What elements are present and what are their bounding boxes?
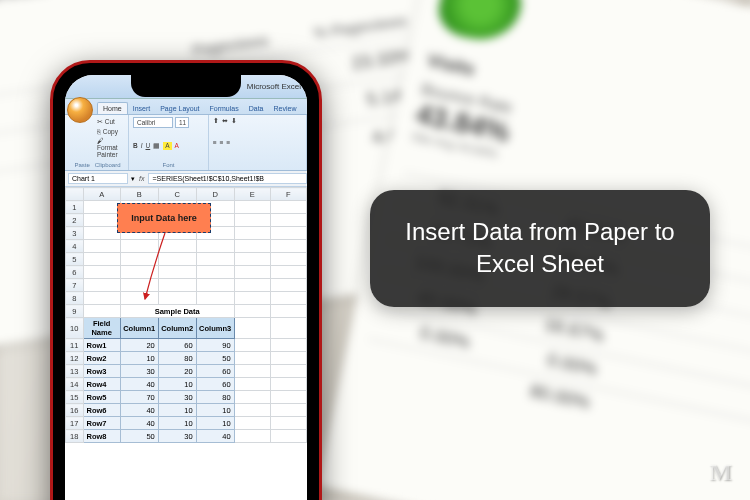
fill-color-button[interactable]: A <box>163 142 171 150</box>
watermark-logo: M <box>709 459 732 486</box>
table-cell[interactable]: 90 <box>196 339 234 352</box>
tab-insert[interactable]: Insert <box>128 103 156 114</box>
align-center-icon[interactable]: ≡ <box>220 139 224 146</box>
phone-mockup: Microsoft Excel Home Insert Page Layout … <box>50 60 322 500</box>
table-cell[interactable]: Row8 <box>83 430 120 443</box>
table-cell[interactable]: 30 <box>120 365 158 378</box>
table-cell[interactable]: 40 <box>196 430 234 443</box>
table-cell[interactable]: 40 <box>120 404 158 417</box>
row-header[interactable]: 18 <box>66 430 84 443</box>
table-cell[interactable]: 80 <box>158 352 196 365</box>
row-header[interactable]: 11 <box>66 339 84 352</box>
table-cell[interactable]: 60 <box>196 378 234 391</box>
row-header[interactable]: 15 <box>66 391 84 404</box>
table-cell[interactable]: 10 <box>120 352 158 365</box>
table-cell[interactable]: 20 <box>120 339 158 352</box>
col-header[interactable]: B <box>120 188 158 201</box>
row-header[interactable]: 1 <box>66 201 84 214</box>
formula-bar: Chart 1 ▾ fx =SERIES(Sheet1!$C$10,Sheet1… <box>65 171 307 187</box>
row-header[interactable]: 12 <box>66 352 84 365</box>
name-box[interactable]: Chart 1 <box>68 173 128 184</box>
row-header[interactable]: 10 <box>66 318 84 339</box>
row-header[interactable]: 8 <box>66 292 84 305</box>
table-cell[interactable]: 50 <box>120 430 158 443</box>
table-cell[interactable]: 80 <box>196 391 234 404</box>
table-cell[interactable]: 60 <box>158 339 196 352</box>
ribbon-tabs: Home Insert Page Layout Formulas Data Re… <box>65 99 307 115</box>
row-header[interactable]: 5 <box>66 253 84 266</box>
row-header[interactable]: 3 <box>66 227 84 240</box>
ribbon: ✂ Cut ⎘ Copy 🖌 Format Painter Paste Clip… <box>65 115 307 171</box>
align-left-icon[interactable]: ≡ <box>213 139 217 146</box>
table-cell[interactable]: Row2 <box>83 352 120 365</box>
paste-button[interactable]: Paste <box>74 162 89 168</box>
table-cell[interactable]: 20 <box>158 365 196 378</box>
font-name-select[interactable]: Calibri <box>133 117 173 128</box>
copy-button[interactable]: ⎘ Copy <box>97 127 124 136</box>
row-header[interactable]: 2 <box>66 214 84 227</box>
table-cell[interactable]: 40 <box>120 378 158 391</box>
border-button[interactable]: ▦ <box>153 142 160 150</box>
format-painter-button[interactable]: 🖌 Format Painter <box>97 136 124 159</box>
font-size-select[interactable]: 11 <box>175 117 189 128</box>
cut-button[interactable]: ✂ Cut <box>97 117 124 127</box>
align-top-icon[interactable]: ⬆ <box>213 117 219 125</box>
tab-home[interactable]: Home <box>97 102 128 114</box>
align-right-icon[interactable]: ≡ <box>227 139 231 146</box>
row-header[interactable]: 6 <box>66 266 84 279</box>
table-cell[interactable]: Row5 <box>83 391 120 404</box>
table-cell[interactable]: 50 <box>196 352 234 365</box>
row-header[interactable]: 17 <box>66 417 84 430</box>
select-all-corner[interactable] <box>66 188 84 201</box>
table-cell[interactable]: 40 <box>120 417 158 430</box>
formula-input[interactable]: =SERIES(Sheet1!$C$10,Sheet1!$B <box>148 173 307 184</box>
row-header[interactable]: 9 <box>66 305 84 318</box>
phone-notch <box>131 75 241 97</box>
italic-button[interactable]: I <box>141 142 143 150</box>
font-color-button[interactable]: A <box>175 142 179 150</box>
table-header: Field Name <box>83 318 120 339</box>
font-group-label: Font <box>133 162 204 168</box>
tab-review[interactable]: Review <box>269 103 302 114</box>
tab-formulas[interactable]: Formulas <box>205 103 244 114</box>
align-middle-icon[interactable]: ⬌ <box>222 117 228 125</box>
title-overlay: Insert Data from Paper to Excel Sheet <box>370 190 710 307</box>
table-cell[interactable]: Row6 <box>83 404 120 417</box>
table-cell[interactable]: 60 <box>196 365 234 378</box>
table-cell[interactable]: 10 <box>196 417 234 430</box>
spreadsheet-grid[interactable]: A B C D E F 1 2 3 4 5 6 7 8 9Sample Data… <box>65 187 307 500</box>
table-cell[interactable]: 30 <box>158 391 196 404</box>
office-button-icon[interactable] <box>67 97 93 123</box>
table-cell[interactable]: 10 <box>158 404 196 417</box>
row-header[interactable]: 13 <box>66 365 84 378</box>
row-header[interactable]: 14 <box>66 378 84 391</box>
col-header[interactable]: A <box>83 188 120 201</box>
col-header[interactable]: F <box>270 188 306 201</box>
table-cell[interactable]: Row3 <box>83 365 120 378</box>
tab-data[interactable]: Data <box>244 103 269 114</box>
table-cell[interactable]: Row4 <box>83 378 120 391</box>
col-header[interactable]: D <box>196 188 234 201</box>
row-header[interactable]: 16 <box>66 404 84 417</box>
table-cell[interactable]: 10 <box>158 417 196 430</box>
col-header[interactable]: E <box>234 188 270 201</box>
col-header[interactable]: C <box>158 188 196 201</box>
table-header: Column2 <box>158 318 196 339</box>
table-cell[interactable]: Row7 <box>83 417 120 430</box>
chart-shape-icon <box>434 0 527 47</box>
bold-button[interactable]: B <box>133 142 138 150</box>
fx-icon[interactable]: fx <box>135 175 148 182</box>
table-header: Column1 <box>120 318 158 339</box>
table-cell[interactable]: 70 <box>120 391 158 404</box>
app-name: Microsoft Excel <box>247 82 301 91</box>
table-cell[interactable]: 10 <box>196 404 234 417</box>
table-cell[interactable]: 10 <box>158 378 196 391</box>
align-bottom-icon[interactable]: ⬇ <box>231 117 237 125</box>
row-header[interactable]: 4 <box>66 240 84 253</box>
title-text: Insert Data from Paper to Excel Sheet <box>405 218 674 277</box>
tab-page-layout[interactable]: Page Layout <box>155 103 204 114</box>
table-cell[interactable]: 30 <box>158 430 196 443</box>
table-cell[interactable]: Row1 <box>83 339 120 352</box>
row-header[interactable]: 7 <box>66 279 84 292</box>
underline-button[interactable]: U <box>146 142 151 150</box>
